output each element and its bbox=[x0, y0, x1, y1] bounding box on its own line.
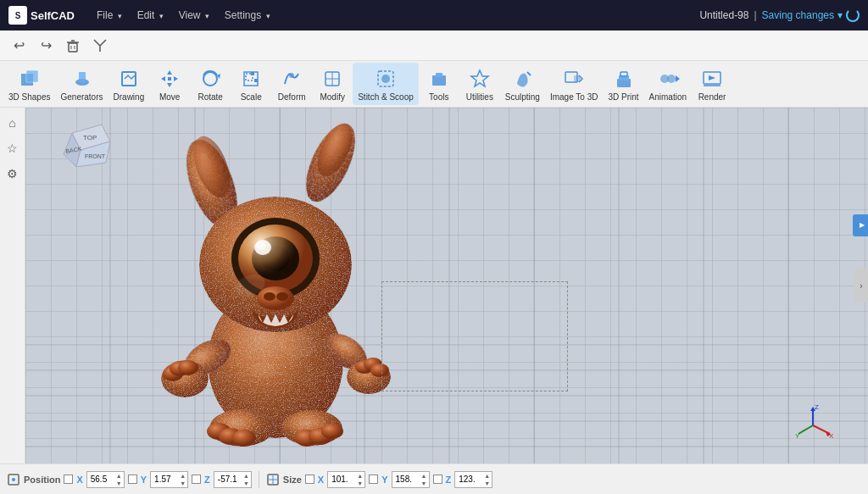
tool-scale[interactable]: Scale bbox=[231, 63, 271, 105]
drawing-icon bbox=[117, 67, 141, 91]
delete-button[interactable] bbox=[61, 34, 85, 58]
tool-drawing[interactable]: Drawing bbox=[108, 63, 150, 105]
y-up-spinner[interactable]: ▲ bbox=[180, 472, 186, 480]
z-up-spinner[interactable]: ▲ bbox=[243, 472, 249, 480]
tools-icon bbox=[427, 67, 451, 91]
menu-edit[interactable]: Edit ▾ bbox=[131, 6, 170, 25]
z-position-checkbox[interactable] bbox=[192, 475, 201, 484]
size-z-label: Z bbox=[446, 475, 452, 485]
3d-shapes-icon bbox=[18, 67, 42, 91]
tool-sculpting[interactable]: Sculpting bbox=[500, 63, 545, 105]
home-button[interactable]: ⌂ bbox=[3, 113, 23, 133]
svg-marker-12 bbox=[161, 76, 165, 81]
z-down-spinner[interactable]: ▼ bbox=[243, 480, 249, 487]
tool-generators-label: Generators bbox=[60, 92, 103, 102]
svg-rect-0 bbox=[69, 43, 77, 52]
svg-point-21 bbox=[289, 73, 294, 78]
3d-model bbox=[25, 108, 868, 463]
right-expand-button[interactable]: › bbox=[854, 269, 868, 303]
tool-deform[interactable]: Deform bbox=[271, 63, 312, 105]
file-info: Untitled-98 | Saving changes ▾ bbox=[699, 8, 860, 22]
svg-marker-13 bbox=[174, 76, 178, 81]
tool-options-button[interactable]: ⚙ bbox=[3, 164, 23, 184]
xs-down-spinner[interactable]: ▼ bbox=[357, 480, 363, 487]
y-size-input[interactable]: 158. ▲▼ bbox=[392, 471, 430, 488]
tool-tools[interactable]: Tools bbox=[419, 63, 459, 105]
size-y-label: Y bbox=[381, 475, 387, 485]
z-size-value: 123. bbox=[457, 475, 476, 484]
svg-point-75 bbox=[276, 292, 288, 301]
star-button[interactable]: ☆ bbox=[3, 138, 23, 158]
zs-up-spinner[interactable]: ▲ bbox=[484, 472, 490, 480]
size-y-checkbox[interactable] bbox=[369, 475, 378, 484]
modify-icon bbox=[320, 67, 344, 91]
tool-rotate-label: Rotate bbox=[198, 92, 222, 102]
y-position-checkbox[interactable] bbox=[128, 475, 137, 484]
3d-print-icon bbox=[612, 67, 636, 91]
tool-animation[interactable]: Animation bbox=[644, 63, 692, 105]
saving-arrow: ▾ bbox=[837, 9, 843, 21]
svg-rect-14 bbox=[168, 77, 171, 80]
menu-file[interactable]: File ▾ bbox=[90, 6, 129, 25]
redo-button[interactable]: ↪ bbox=[34, 34, 58, 58]
app-logo[interactable]: S SelfCAD bbox=[8, 6, 75, 25]
svg-text:X: X bbox=[829, 432, 834, 440]
tool-move[interactable]: Move bbox=[149, 63, 190, 105]
generators-icon bbox=[70, 67, 94, 91]
ys-up-spinner[interactable]: ▲ bbox=[421, 472, 427, 480]
stitch-model-svg bbox=[127, 116, 449, 455]
cut-button[interactable] bbox=[88, 34, 112, 58]
x-size-input[interactable]: 101. ▲▼ bbox=[327, 471, 365, 488]
y-down-spinner[interactable]: ▼ bbox=[180, 480, 186, 487]
y-position-input[interactable]: 1.57 ▲▼ bbox=[150, 471, 188, 488]
toolbar: 3D Shapes Generators Drawing Move Rotate… bbox=[0, 61, 868, 108]
x-down-spinner[interactable]: ▼ bbox=[116, 480, 122, 487]
tool-3d-shapes-label: 3D Shapes bbox=[8, 92, 50, 102]
position-checkbox[interactable] bbox=[64, 475, 73, 484]
tool-3d-shapes[interactable]: 3D Shapes bbox=[3, 63, 55, 105]
tool-render-label: Render bbox=[698, 92, 726, 102]
undo-button[interactable]: ↩ bbox=[7, 34, 31, 58]
axes-indicator: Z X Y bbox=[792, 404, 834, 447]
z-size-input[interactable]: 123. ▲▼ bbox=[454, 471, 492, 488]
x-up-spinner[interactable]: ▲ bbox=[116, 472, 122, 480]
menu-settings[interactable]: Settings ▾ bbox=[218, 6, 277, 25]
tool-move-label: Move bbox=[159, 92, 180, 102]
tool-stitch-scoop[interactable]: Stitch & Scoop bbox=[353, 63, 419, 105]
xs-up-spinner[interactable]: ▲ bbox=[357, 472, 363, 480]
size-icon bbox=[266, 473, 280, 486]
tool-3d-print-label: 3D Print bbox=[608, 92, 638, 102]
tool-deform-label: Deform bbox=[278, 92, 306, 102]
svg-rect-9 bbox=[122, 72, 136, 86]
svg-rect-28 bbox=[436, 73, 442, 77]
svg-point-80 bbox=[178, 360, 198, 375]
svg-point-73 bbox=[257, 286, 294, 310]
svg-marker-11 bbox=[167, 83, 172, 87]
position-icon bbox=[7, 473, 20, 486]
svg-point-85 bbox=[370, 364, 389, 377]
viewport[interactable]: TOP BACK FRONT bbox=[25, 108, 868, 463]
size-checkbox[interactable] bbox=[305, 475, 314, 484]
scale-icon bbox=[239, 67, 263, 91]
ys-down-spinner[interactable]: ▼ bbox=[421, 480, 427, 487]
svg-line-103 bbox=[798, 425, 813, 434]
right-panel-tab[interactable]: ▶ bbox=[853, 214, 868, 236]
tool-rotate[interactable]: Rotate bbox=[190, 63, 231, 105]
menu-view[interactable]: View ▾ bbox=[172, 6, 216, 25]
tool-render[interactable]: Render bbox=[692, 63, 732, 105]
svg-rect-20 bbox=[254, 79, 258, 82]
tool-utilities[interactable]: Utilities bbox=[459, 63, 500, 105]
x-position-input[interactable]: 56.5 ▲▼ bbox=[86, 471, 125, 488]
tool-3d-print[interactable]: 3D Print bbox=[603, 63, 643, 105]
main-area: ⌂ ☆ ⚙ bbox=[0, 108, 868, 463]
edit-bar: ↩ ↪ bbox=[0, 31, 868, 61]
tool-modify[interactable]: Modify bbox=[312, 63, 353, 105]
size-z-checkbox[interactable] bbox=[433, 475, 442, 484]
app-name: SelfCAD bbox=[31, 9, 75, 22]
z-position-input[interactable]: -57.1 ▲▼ bbox=[214, 471, 252, 488]
tool-generators[interactable]: Generators bbox=[55, 63, 108, 105]
position-label: Position bbox=[24, 475, 60, 485]
tool-image-to-3d[interactable]: Image To 3D bbox=[545, 63, 604, 105]
zs-down-spinner[interactable]: ▼ bbox=[484, 480, 490, 487]
z-axis-label: Z bbox=[204, 475, 210, 485]
